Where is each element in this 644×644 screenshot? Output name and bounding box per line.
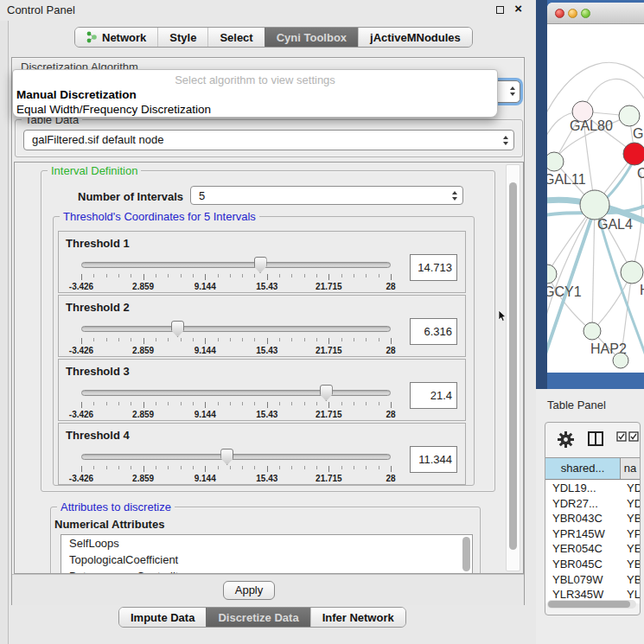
table-panel: Table Panel — [536, 389, 644, 644]
float-window-icon[interactable] — [496, 6, 504, 14]
table-row[interactable]: YBL079WYBL0 — [545, 572, 640, 588]
table-data-combobox[interactable]: galFiltered.sif default node — [23, 130, 514, 150]
network-canvas[interactable]: GAL80GCGAL11GAL4GCY1HHAP2 — [547, 25, 644, 373]
cyni-bottom-tabs: Impute Data Discretize Data Infer Networ… — [118, 607, 406, 628]
table-cell: YDR2 — [621, 496, 640, 512]
algorithm-dropdown-popup: Select algorithm to view settings Manual… — [12, 69, 498, 118]
threshold-slider: -3.4262.8599.14415.4321.71528 — [81, 258, 391, 292]
network-node[interactable] — [580, 190, 609, 220]
table-cell: YDR27... — [545, 496, 621, 512]
tab-discretize-data[interactable]: Discretize Data — [206, 608, 309, 627]
zoom-traffic-light-icon[interactable] — [581, 9, 590, 18]
network-node[interactable] — [583, 322, 601, 340]
horizontal-scrollbar[interactable] — [547, 600, 636, 609]
network-node[interactable] — [547, 265, 557, 284]
network-window: GAL80GCGAL11GAL4GCY1HHAP2 — [547, 3, 644, 373]
scrollbar-thumb[interactable] — [548, 601, 630, 608]
dropdown-option-equal-width-frequency[interactable]: Equal Width/Frequency Discretization — [16, 103, 211, 116]
slider-thumb[interactable] — [220, 449, 233, 465]
scrollbar-thumb[interactable] — [509, 182, 517, 550]
apply-button[interactable]: Apply — [223, 581, 275, 600]
attribute-item[interactable]: SelfLoops — [61, 535, 472, 552]
table-row[interactable]: YDR27...YDR2 — [545, 496, 640, 512]
interval-definition-group-title: Interval Definition — [48, 164, 141, 177]
tab-network[interactable]: Network — [75, 28, 157, 47]
node-table: shared... na YDL19...YDL1YDR27...YDR2YBR… — [545, 422, 641, 615]
network-node[interactable] — [619, 105, 640, 126]
numerical-attributes-list[interactable]: SelfLoopsTopologicalCoefficientBetweenne… — [61, 534, 473, 574]
slider-thumb[interactable] — [254, 257, 267, 273]
network-node[interactable] — [613, 353, 628, 368]
tick-label: 2.859 — [132, 282, 154, 291]
dropdown-option-manual-discretization[interactable]: Manual Discretization — [16, 88, 137, 101]
slider-thumb[interactable] — [320, 385, 333, 401]
slider-track[interactable] — [81, 326, 391, 332]
minimize-traffic-light-icon[interactable] — [568, 9, 577, 18]
table-cell: YBL079W — [545, 572, 621, 588]
tick-label: -3.426 — [69, 474, 93, 483]
table-cell: YBR0 — [621, 511, 640, 526]
threshold-value-input[interactable]: 14.713 — [410, 254, 457, 281]
number-of-intervals-label: Number of Intervals — [78, 190, 183, 203]
tick-label: -3.426 — [69, 410, 93, 419]
close-icon[interactable]: × — [514, 1, 522, 16]
frame-shadow-strip — [536, 0, 547, 389]
split-columns-icon[interactable] — [588, 431, 603, 446]
network-node-label: GCY1 — [547, 284, 582, 299]
tick-label: 2.859 — [132, 410, 154, 419]
control-panel-tabs: Network Style Select Cyni Toolbox jActiv… — [74, 27, 473, 48]
tick-label: 2.859 — [132, 346, 154, 355]
table-cell: YPR1 — [621, 526, 640, 542]
slider-ticks — [81, 466, 391, 473]
mouse-cursor — [498, 309, 507, 322]
slider-thumb[interactable] — [171, 321, 184, 337]
attribute-item[interactable]: TopologicalCoefficient — [61, 552, 472, 568]
gear-icon[interactable] — [558, 431, 574, 448]
tab-impute-data[interactable]: Impute Data — [119, 608, 206, 627]
right-region: GAL80GCGAL11GAL4GCY1HHAP2 Table Panel — [536, 0, 644, 644]
tick-label: 15.43 — [256, 410, 277, 419]
vertical-scrollbar[interactable] — [506, 164, 520, 571]
slider-track[interactable] — [81, 454, 391, 460]
threshold-value-input[interactable]: 21.4 — [410, 382, 457, 409]
threshold-value-input[interactable]: 11.344 — [410, 446, 457, 473]
slider-track[interactable] — [81, 390, 391, 396]
table-row[interactable]: YBR043CYBR0 — [545, 511, 640, 526]
tick-label: 9.144 — [194, 474, 216, 483]
network-window-titlebar — [547, 3, 644, 24]
tick-label: 21.715 — [316, 474, 342, 483]
tick-label: 15.43 — [256, 346, 277, 355]
tab-label: Network — [102, 31, 146, 44]
column-header-shared-name[interactable]: shared... — [545, 458, 621, 479]
checkbox-checked-icon[interactable] — [628, 431, 639, 442]
tab-style[interactable]: Style — [157, 28, 207, 47]
table-row[interactable]: YER054CYER0 — [545, 541, 640, 557]
slider-track[interactable] — [81, 262, 391, 268]
number-of-intervals-combobox[interactable]: 5 — [190, 186, 463, 205]
slider-ticks — [81, 274, 391, 281]
tick-label: 9.144 — [194, 346, 216, 355]
network-node[interactable] — [547, 152, 564, 171]
table-row[interactable]: YDL19...YDL1 — [545, 481, 640, 496]
checkbox-checked-icon[interactable] — [616, 431, 627, 442]
combo-stepper-icon — [503, 136, 508, 145]
slider-tick-labels: -3.4262.8599.14415.4321.71528 — [81, 474, 391, 484]
table-row[interactable]: YBR045CYBR0 — [545, 557, 640, 572]
threshold-value-input[interactable]: 6.316 — [410, 318, 457, 345]
tab-cyni-toolbox[interactable]: Cyni Toolbox — [265, 28, 358, 47]
network-node[interactable] — [621, 261, 643, 284]
tab-jactivemnodules[interactable]: jActiveMNodules — [358, 28, 472, 47]
tick-label: 28 — [386, 346, 395, 355]
cyni-toolbox-panel: Discretization Algorithm Select algorith… — [11, 57, 525, 605]
close-traffic-light-icon[interactable] — [555, 9, 564, 18]
column-header-name[interactable]: na — [621, 458, 640, 479]
table-cell: YBL0 — [621, 572, 640, 588]
tab-infer-network[interactable]: Infer Network — [310, 608, 405, 627]
tab-select[interactable]: Select — [207, 28, 264, 47]
table-cell: YDL19... — [545, 481, 621, 496]
network-node[interactable] — [623, 143, 644, 165]
table-row[interactable]: YPR145WYPR1 — [545, 526, 640, 542]
slider-tick-labels: -3.4262.8599.14415.4321.71528 — [81, 410, 391, 420]
attribute-item[interactable]: BetweennessCentrality — [61, 568, 472, 574]
list-scrollbar[interactable] — [462, 537, 470, 571]
